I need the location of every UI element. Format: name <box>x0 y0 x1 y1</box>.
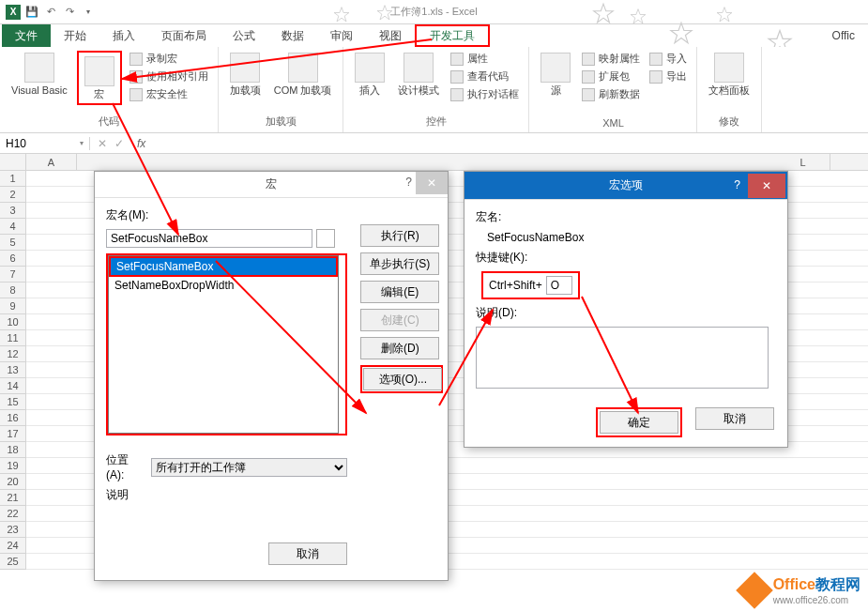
map-properties-button[interactable]: 映射属性 <box>580 51 642 67</box>
help-icon[interactable]: ? <box>734 178 740 191</box>
column-header-A[interactable]: A <box>26 154 77 170</box>
chevron-down-icon[interactable]: ▾ <box>80 139 84 147</box>
row-header[interactable]: 13 <box>0 362 25 378</box>
row-header[interactable]: 14 <box>0 378 25 394</box>
qat-dropdown-icon[interactable]: ▾ <box>81 5 96 20</box>
accept-formula-icon[interactable]: ✓ <box>114 137 124 150</box>
doc-panel-button[interactable]: 文档面板 <box>705 51 754 98</box>
options-cancel-button[interactable]: 取消 <box>695 407 774 430</box>
row-header[interactable]: 4 <box>0 219 25 235</box>
macro-create-button: 创建(C) <box>360 309 439 331</box>
column-header-L[interactable]: L <box>776 154 830 170</box>
macro-name-input[interactable] <box>106 229 312 248</box>
relative-ref-button[interactable]: 使用相对引用 <box>128 69 210 84</box>
shortcut-key-input[interactable] <box>546 276 572 295</box>
group-addins-label: 加载项 <box>266 113 297 130</box>
tab-developer[interactable]: 开发工具 <box>415 24 490 47</box>
macro-delete-button[interactable]: 删除(D) <box>360 337 439 359</box>
row-header[interactable]: 8 <box>0 283 25 298</box>
options-ok-button[interactable]: 确定 <box>600 411 678 434</box>
macro-list-item[interactable]: SetNameBoxDropWidth <box>109 277 338 294</box>
refresh-data-button[interactable]: 刷新数据 <box>580 86 642 102</box>
insert-control-button[interactable]: 插入 <box>351 51 388 98</box>
row-headers: 1234567891011121314151617181920212223242… <box>0 171 26 570</box>
expansion-pack-button[interactable]: 扩展包 <box>580 69 642 84</box>
tab-layout[interactable]: 页面布局 <box>148 24 220 47</box>
ribbon-group-code: Visual Basic 宏 录制宏 使用相对引用 宏安全性 代码 <box>0 47 219 132</box>
addins-label: 加载项 <box>230 84 261 96</box>
macro-step-button[interactable]: 单步执行(S) <box>360 252 439 275</box>
macro-list-item-selected[interactable]: SetFocusNameBox <box>109 256 338 277</box>
insert-control-label: 插入 <box>359 84 380 96</box>
macro-edit-button[interactable]: 编辑(E) <box>360 281 439 303</box>
tab-home[interactable]: 开始 <box>51 24 99 47</box>
insert-control-icon <box>355 53 385 83</box>
row-header[interactable]: 5 <box>0 235 25 251</box>
row-header[interactable]: 17 <box>0 426 25 442</box>
addins-button[interactable]: 加载项 <box>226 51 265 98</box>
row-header[interactable]: 6 <box>0 251 25 267</box>
cancel-formula-icon[interactable]: ✕ <box>98 137 107 150</box>
row-header[interactable]: 11 <box>0 330 25 346</box>
record-macro-button[interactable]: 录制宏 <box>128 51 210 67</box>
row-header[interactable]: 2 <box>0 187 25 203</box>
row-header[interactable]: 19 <box>0 458 25 474</box>
macro-security-button[interactable]: 宏安全性 <box>128 86 210 102</box>
tab-view[interactable]: 视图 <box>366 24 415 47</box>
row-header[interactable]: 21 <box>0 490 25 506</box>
redo-icon[interactable]: ↷ <box>62 5 77 20</box>
view-code-button[interactable]: 查看代码 <box>449 69 521 84</box>
select-all-corner[interactable] <box>0 154 26 171</box>
row-header[interactable]: 10 <box>0 314 25 330</box>
close-icon[interactable]: ✕ <box>748 174 785 198</box>
macro-list[interactable]: SetFocusNameBox SetNameBoxDropWidth <box>108 255 339 434</box>
macro-name-label: 宏名(M): <box>106 207 347 223</box>
row-header[interactable]: 12 <box>0 346 25 362</box>
row-header[interactable]: 18 <box>0 442 25 458</box>
row-header[interactable]: 7 <box>0 267 25 283</box>
row-header[interactable]: 1 <box>0 171 25 187</box>
undo-icon[interactable]: ↶ <box>43 5 58 20</box>
row-header[interactable]: 25 <box>0 554 25 570</box>
row-header[interactable]: 16 <box>0 410 25 426</box>
security-icon <box>129 88 143 101</box>
macro-options-button[interactable]: 选项(O)... <box>363 368 442 390</box>
import-label: 导入 <box>666 52 687 66</box>
help-icon[interactable]: ? <box>405 176 412 189</box>
fx-icon[interactable]: fx <box>131 137 151 150</box>
source-button[interactable]: 源 <box>537 51 574 98</box>
macros-button[interactable]: 宏 <box>81 54 118 101</box>
row-header[interactable]: 23 <box>0 522 25 538</box>
row-header[interactable]: 9 <box>0 298 25 314</box>
tab-file[interactable]: 文件 <box>2 24 51 47</box>
ribbon-tab-strip: 文件 开始 插入 页面布局 公式 数据 审阅 视图 开发工具 Offic <box>0 24 868 47</box>
description-textarea[interactable] <box>476 327 769 389</box>
com-addins-button[interactable]: COM 加载项 <box>270 51 336 98</box>
row-header[interactable]: 3 <box>0 203 25 219</box>
row-header[interactable]: 20 <box>0 474 25 490</box>
design-mode-button[interactable]: 设计模式 <box>394 51 443 98</box>
save-icon[interactable]: 💾 <box>24 5 39 20</box>
row-header[interactable]: 24 <box>0 538 25 554</box>
macro-name-picker-icon[interactable] <box>316 229 335 248</box>
tab-data[interactable]: 数据 <box>268 24 317 47</box>
visual-basic-button[interactable]: Visual Basic <box>8 51 71 98</box>
tab-review[interactable]: 审阅 <box>317 24 366 47</box>
tab-formulas[interactable]: 公式 <box>220 24 268 47</box>
macro-cancel-button[interactable]: 取消 <box>268 542 347 565</box>
name-box[interactable]: H10 ▾ <box>0 137 90 150</box>
tab-insert[interactable]: 插入 <box>99 24 148 47</box>
row-header[interactable]: 15 <box>0 394 25 410</box>
import-button[interactable]: 导入 <box>647 51 689 67</box>
options-dialog-title-bar[interactable]: 宏选项 ? ✕ <box>464 172 787 200</box>
macro-run-button[interactable]: 执行(R) <box>360 224 439 247</box>
properties-button[interactable]: 属性 <box>449 51 521 67</box>
run-dialog-button[interactable]: 执行对话框 <box>449 86 521 102</box>
macro-location-select[interactable]: 所有打开的工作簿 <box>151 458 348 477</box>
row-header[interactable]: 22 <box>0 506 25 522</box>
close-icon[interactable]: ✕ <box>416 172 448 194</box>
macro-dialog-title: 宏 <box>266 176 277 192</box>
macro-dialog-title-bar[interactable]: 宏 ? ✕ <box>95 172 448 198</box>
export-button[interactable]: 导出 <box>647 69 689 84</box>
export-label: 导出 <box>666 69 687 84</box>
